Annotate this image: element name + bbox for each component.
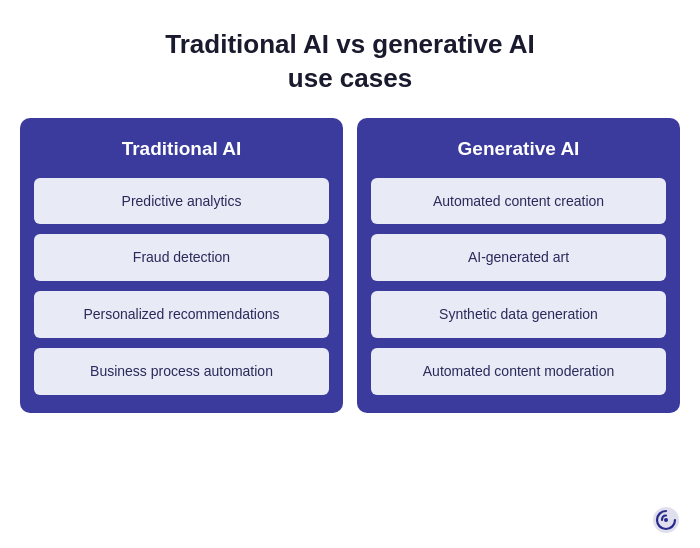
brand-logo-icon — [652, 506, 680, 534]
list-item: Personalized recommendations — [34, 291, 329, 338]
traditional-ai-header: Traditional AI — [122, 134, 242, 164]
title-line1: Traditional AI vs generative AI — [165, 29, 534, 59]
comparison-container: Traditional AI Predictive analytics Frau… — [20, 118, 680, 414]
list-item: AI-generated art — [371, 234, 666, 281]
list-item: Automated content moderation — [371, 348, 666, 395]
page-wrapper: Traditional AI vs generative AI use case… — [0, 0, 700, 548]
generative-ai-header: Generative AI — [458, 134, 580, 164]
generative-ai-column: Generative AI Automated content creation… — [357, 118, 680, 414]
traditional-ai-column: Traditional AI Predictive analytics Frau… — [20, 118, 343, 414]
page-title: Traditional AI vs generative AI use case… — [165, 28, 534, 96]
list-item: Business process automation — [34, 348, 329, 395]
svg-point-1 — [664, 518, 668, 522]
list-item: Synthetic data generation — [371, 291, 666, 338]
list-item: Automated content creation — [371, 178, 666, 225]
list-item: Fraud detection — [34, 234, 329, 281]
list-item: Predictive analytics — [34, 178, 329, 225]
title-line2: use cases — [288, 63, 412, 93]
